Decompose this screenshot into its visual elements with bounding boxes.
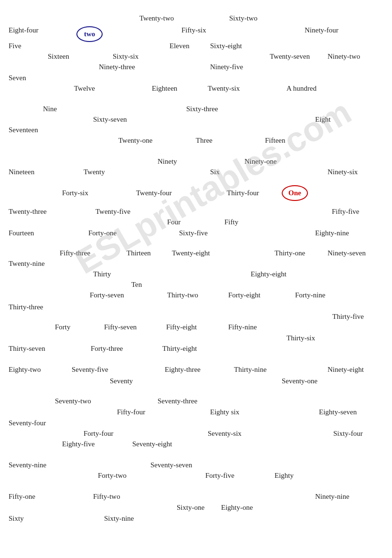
word-item-43: Fourteen [9,229,34,237]
word-item-13: Ninety-three [99,63,135,71]
word-item-26: Three [196,137,212,145]
word-item-8: Sixty-six [113,53,138,61]
word-item-58: Forty-eight [228,291,261,299]
word-item-40: Four [167,218,180,226]
word-item-73: Thirty-nine [234,366,266,374]
word-item-96: Eighty-one [221,504,253,512]
word-item-29: Six [210,168,220,176]
word-item-32: Twenty [84,168,105,176]
word-item-63: Fifty-seven [104,323,137,331]
word-item-97: Ninety-nine [315,493,350,501]
word-item-61: Thirty-five [332,313,364,321]
word-item-82: Seventy-four [9,419,46,427]
word-item-79: Fifty-four [117,408,145,416]
word-item-76: Seventy-one [282,377,318,385]
word-item-98: Sixty [9,515,24,523]
word-item-47: Fifty-three [60,249,90,257]
word-item-59: Forty-nine [295,291,325,299]
word-item-28: Ninety [158,158,177,166]
word-item-46: Eighty-nine [315,229,349,237]
word-item-71: Seventy-five [72,366,108,374]
word-item-53: Thirty [93,270,111,278]
word-item-78: Seventy-three [158,397,197,405]
word-item-36: Thirty-four [227,189,259,197]
word-item-21: Sixty-seven [93,116,127,124]
word-item-84: Seventy-six [208,430,242,438]
word-item-16: Twelve [74,84,95,93]
word-item-90: Forty-two [98,472,127,480]
word-item-23: Eight [315,116,331,124]
word-item-44: Forty-one [88,229,117,237]
word-item-17: Eighteen [152,84,177,93]
word-item-81: Eighty-seven [319,408,357,416]
word-item-24: Seventeen [9,126,38,134]
word-item-54: Eighty-eight [251,270,286,278]
word-item-33: Ninety-six [328,168,358,176]
word-item-34: Forty-six [62,189,88,197]
word-item-52: Twenty-nine [9,260,45,268]
word-item-93: Fifty-one [9,493,35,501]
word-item-27: Fifteen [265,137,286,145]
word-item-69: Thirty-eight [162,345,197,353]
word-item-89: Seventy-seven [150,461,192,469]
word-item-7: Sixteen [48,53,69,61]
word-item-25: Twenty-one [118,137,152,145]
word-item-51: Ninety-seven [328,249,366,257]
word-item-94: Fifty-two [93,493,120,501]
word-item-62: Forty [55,323,71,331]
word-item-92: Eighty [275,472,294,480]
word-item-95: Sixty-one [177,504,204,512]
word-item-10: Sixty-eight [210,42,242,50]
word-item-31: Nineteen [9,168,34,176]
word-item-75: Seventy [110,377,133,385]
word-item-22: Sixty-three [186,105,218,113]
word-item-0: Eight-four [9,26,38,34]
word-item-56: Forty-seven [90,291,124,299]
word-item-83: Forty-four [84,430,114,438]
word-item-77: Seventy-two [55,397,91,405]
word-item-72: Eighty-three [165,366,201,374]
word-item-55: Ten [131,281,142,289]
word-item-41: Fifty [224,218,238,226]
word-item-9: Eleven [170,42,190,50]
word-item-19: A hundred [286,84,317,93]
word-item-50: Thirty-one [275,249,305,257]
word-item-15: Seven [9,74,26,82]
word-item-60: Thirty-three [9,303,43,311]
word-item-14: Ninety-five [210,63,243,71]
word-item-2: Twenty-two [139,14,174,22]
word-item-42: Fifty-five [332,208,360,216]
word-item-64: Fifty-eight [166,323,197,331]
word-item-66: Thirty-six [286,334,315,342]
word-cloud: ESLprintables.com Eight-fourtwoTwenty-tw… [0,0,392,558]
word-item-3: Fifty-six [181,26,206,34]
word-item-48: Thirteen [127,249,151,257]
word-item-12: Ninety-two [328,53,360,61]
word-item-39: Twenty-five [95,208,130,216]
word-item-38: Twenty-three [9,208,47,216]
word-item-45: Sixty-five [179,229,208,237]
word-item-5: Ninety-four [305,26,339,34]
word-item-20: Nine [43,105,57,113]
word-item-35: Twenty-four [136,189,172,197]
word-item-30: Ninety-one [244,158,276,166]
word-item-74: Ninety-eight [328,366,364,374]
word-item-87: Seventy-eight [132,440,172,448]
word-item-67: Thirty-seven [9,345,45,353]
word-item-18: Twenty-six [208,84,240,93]
word-item-1: two [76,26,103,42]
word-item-37: One [282,185,308,201]
word-item-65: Fifty-nine [228,323,257,331]
word-item-99: Sixty-nine [104,515,134,523]
word-item-80: Eighty six [210,408,239,416]
word-item-70: Eighty-two [9,366,41,374]
word-item-86: Eighty-five [62,440,95,448]
word-item-85: Sixty-four [333,430,363,438]
word-item-6: Five [9,42,21,50]
word-item-88: Seventy-nine [9,461,46,469]
word-item-49: Twenty-eight [172,249,210,257]
word-item-11: Twenty-seven [270,53,310,61]
word-item-57: Thirty-two [167,291,198,299]
word-item-91: Forty-five [205,472,234,480]
word-item-4: Sixty-two [229,14,257,22]
